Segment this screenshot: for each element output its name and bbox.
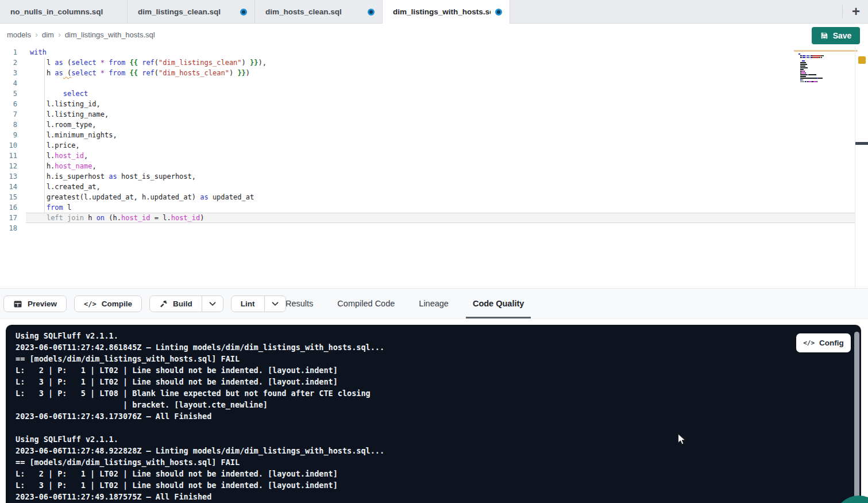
code-line[interactable]: l.minimum_nights, bbox=[26, 130, 855, 140]
code-token: with bbox=[30, 48, 47, 56]
hammer-icon bbox=[159, 300, 168, 308]
code-token: h bbox=[30, 69, 55, 77]
code-token: {{ bbox=[129, 59, 137, 67]
terminal-line: 2023-06-06T11:27:48.922828Z — Linting mo… bbox=[16, 445, 861, 456]
terminal-line: 2023-06-06T11:27:49.187575Z — All Finish… bbox=[16, 491, 861, 502]
code-token: l bbox=[30, 59, 55, 67]
panel-tabs: ResultsCompiled CodeLineageCode Quality bbox=[279, 289, 531, 318]
terminal-scrollbar-thumb[interactable] bbox=[854, 332, 859, 502]
code-token: select bbox=[63, 90, 88, 98]
code-line[interactable]: select bbox=[26, 89, 855, 99]
terminal-line: L: 3 | P: 5 | LT08 | Blank line expected… bbox=[16, 387, 861, 399]
code-icon: </> bbox=[84, 300, 97, 308]
terminal-line: 2023-06-06T11:27:42.861845Z — Linting mo… bbox=[16, 341, 861, 353]
code-line[interactable]: from l bbox=[26, 202, 855, 213]
code-token: , bbox=[92, 162, 96, 170]
build-split-button: Build bbox=[149, 295, 223, 312]
minimap-line bbox=[798, 67, 857, 68]
new-tab-button[interactable]: + bbox=[847, 2, 865, 21]
breadcrumb-item[interactable]: dim bbox=[42, 30, 54, 39]
minimap[interactable] bbox=[797, 47, 857, 85]
save-icon bbox=[820, 32, 828, 40]
line-number: 6 bbox=[0, 99, 26, 109]
code-line[interactable] bbox=[26, 78, 855, 89]
terminal-line: | bracket. [layout.cte_newline] bbox=[16, 399, 861, 410]
action-buttons: Preview </> Compile Build bbox=[3, 295, 286, 312]
code-line[interactable]: l.created_at, bbox=[26, 182, 855, 192]
breadcrumb: models›dim›dim_listings_with_hosts.sql bbox=[7, 24, 155, 46]
minimap-token bbox=[800, 62, 806, 63]
breadcrumb-item[interactable]: models bbox=[7, 30, 31, 39]
code-line[interactable]: l.listing_id, bbox=[26, 99, 855, 109]
minimap-line bbox=[798, 76, 857, 77]
editor-tab[interactable]: no_nulls_in_columns.sql bbox=[0, 0, 128, 24]
code-line[interactable]: l.listing_name, bbox=[26, 109, 855, 120]
line-number: 7 bbox=[0, 109, 26, 120]
build-menu-button[interactable] bbox=[202, 295, 223, 312]
code-line[interactable]: l as (select * from {{ ref("dim_listings… bbox=[26, 57, 855, 68]
code-line[interactable] bbox=[26, 223, 855, 233]
chevron-down-icon bbox=[272, 302, 279, 306]
line-number: 18 bbox=[0, 223, 26, 233]
config-button[interactable]: </> Config bbox=[796, 333, 851, 352]
code-line[interactable]: h.is_superhost as host_is_superhost, bbox=[26, 171, 855, 182]
code-token: select bbox=[71, 59, 96, 67]
build-button[interactable]: Build bbox=[149, 295, 202, 312]
terminal-line: L: 2 | P: 1 | LT02 | Line should not be … bbox=[16, 468, 861, 479]
tab-label: no_nulls_in_columns.sql bbox=[10, 7, 103, 16]
panel-tab-code-quality[interactable]: Code Quality bbox=[466, 289, 531, 318]
minimap-line bbox=[798, 62, 857, 63]
code-token: l bbox=[63, 203, 71, 212]
code-token: host_is_superhost, bbox=[117, 172, 196, 181]
code-token: h bbox=[84, 214, 97, 222]
panel-tab-results[interactable]: Results bbox=[279, 289, 320, 318]
line-number: 1 bbox=[0, 47, 26, 57]
terminal-line: Using SQLFluff v2.1.1. bbox=[16, 330, 861, 341]
code-line[interactable]: h.host_name, bbox=[26, 161, 855, 171]
code-line[interactable]: greatest(l.updated_at, h.updated_at) as … bbox=[26, 192, 855, 202]
code-line[interactable]: l.price, bbox=[26, 140, 855, 151]
minimap-token bbox=[821, 57, 822, 58]
code-line[interactable]: left join h on (h.host_id = l.host_id) bbox=[26, 213, 855, 223]
code-token: }} bbox=[250, 59, 258, 67]
code-token: from bbox=[109, 59, 125, 67]
code-editor[interactable]: 123456789101112131415161718 with l as (s… bbox=[0, 46, 868, 287]
code-line[interactable]: with bbox=[26, 47, 855, 57]
editor-tab[interactable]: dim_hosts_clean.sql bbox=[255, 0, 383, 24]
code-token: from bbox=[109, 69, 125, 77]
line-number: 9 bbox=[0, 130, 26, 140]
code-line[interactable]: l.host_id, bbox=[26, 151, 855, 161]
code-token: "dim_hosts_clean" bbox=[159, 69, 229, 77]
compile-button[interactable]: </> Compile bbox=[74, 295, 142, 312]
line-number: 13 bbox=[0, 171, 26, 182]
editor-scrollbar-thumb[interactable] bbox=[855, 142, 868, 145]
terminal-line: == [models/dim/dim_listings_with_hosts.s… bbox=[16, 353, 861, 364]
panel-tab-lineage[interactable]: Lineage bbox=[412, 289, 456, 318]
breadcrumb-separator: › bbox=[35, 29, 38, 39]
code-token: on bbox=[97, 214, 105, 222]
code-area[interactable]: with l as (select * from {{ ref("dim_lis… bbox=[26, 47, 855, 233]
terminal-line bbox=[16, 422, 861, 433]
minimap-token bbox=[800, 81, 804, 82]
save-button[interactable]: Save bbox=[812, 27, 860, 44]
lint-warning-marker bbox=[858, 56, 866, 64]
editor-tab[interactable]: dim_listings_clean.sql bbox=[128, 0, 255, 24]
minimap-token bbox=[800, 78, 817, 79]
code-token: updated_at bbox=[209, 193, 254, 201]
minimap-line bbox=[798, 64, 857, 65]
panel-tab-compiled-code[interactable]: Compiled Code bbox=[330, 289, 402, 318]
line-number: 2 bbox=[0, 57, 26, 68]
code-line[interactable]: h as (select * from {{ ref("dim_hosts_cl… bbox=[26, 68, 855, 78]
breadcrumb-item[interactable]: dim_listings_with_hosts.sql bbox=[65, 30, 155, 39]
minimap-token bbox=[801, 72, 805, 74]
code-token: ( bbox=[155, 69, 159, 77]
code-quality-terminal: Using SQLFluff v2.1.1.2023-06-06T11:27:4… bbox=[6, 325, 861, 503]
code-line[interactable]: l.room_type, bbox=[26, 120, 855, 130]
preview-button[interactable]: Preview bbox=[3, 295, 67, 312]
line-number: 14 bbox=[0, 182, 26, 192]
code-token: select bbox=[71, 69, 96, 77]
lint-button[interactable]: Lint bbox=[231, 295, 265, 312]
editor-tab[interactable]: dim_listings_with_hosts.sql bbox=[383, 0, 510, 24]
tab-label: dim_listings_with_hosts.sql bbox=[393, 7, 491, 16]
code-token: l.room_type, bbox=[30, 121, 97, 129]
